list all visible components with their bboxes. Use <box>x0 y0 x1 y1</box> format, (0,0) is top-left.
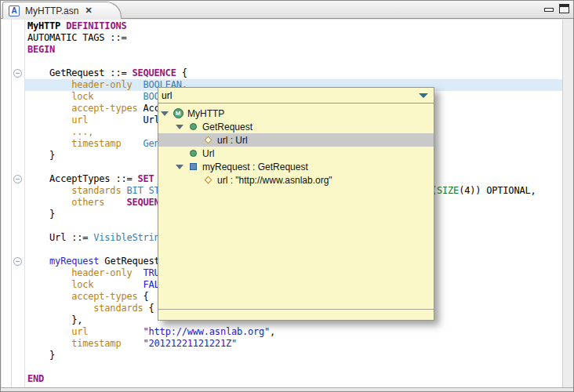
code-line: url Url <box>27 114 160 126</box>
tree-item-label: Url <box>202 148 214 159</box>
close-icon[interactable]: ✕ <box>85 5 92 16</box>
tab-bar: A MyHTTP.asn ✕ <box>1 1 573 19</box>
minimize-icon[interactable] <box>544 8 554 12</box>
code-line: timestamp "20121221121221Z" <box>27 338 237 350</box>
tree-item[interactable]: myRequest : GetRequest <box>158 160 434 173</box>
tree-arrow-placeholder <box>176 153 183 154</box>
code-line: } <box>27 150 55 162</box>
tree-item[interactable]: GetRequest <box>158 120 434 133</box>
code-line: lock BOO <box>27 91 160 103</box>
tree-expand-arrow-icon[interactable] <box>176 125 183 129</box>
code-line: MyHTTP DEFINITIONS <box>27 20 126 32</box>
outline-tree: MMyHTTPGetRequesturl : UrlUrlmyRequest :… <box>158 107 434 187</box>
tree-arrow-placeholder <box>191 140 198 140</box>
field-icon <box>204 136 212 144</box>
code-line: } <box>27 209 55 220</box>
folding-ruler <box>12 20 25 387</box>
code-line: ..., <box>27 126 93 138</box>
module-icon: M <box>173 108 183 118</box>
outline-filter-input[interactable] <box>158 89 434 103</box>
code-line: accept-types Acc <box>27 103 160 114</box>
code-line: }, <box>27 314 82 326</box>
tree-item-label: GetRequest <box>202 122 252 132</box>
code-line: BEGIN <box>27 44 55 56</box>
chevron-down-icon[interactable] <box>419 93 428 98</box>
code-line: lock FAL <box>27 279 160 291</box>
code-line: accept-types { <box>27 291 149 303</box>
code-line: (SIZE(4)) OPTIONAL, <box>431 185 536 197</box>
tree-item-label: url : "http://www.asnlab.org" <box>217 175 332 186</box>
editor-window: A MyHTTP.asn ✕ MyHTTP DEFINITIONSAUTOMAT… <box>0 0 574 392</box>
code-line: AUTOMATIC TAGS ::= <box>27 32 126 44</box>
collapse-fold-icon[interactable] <box>13 175 22 183</box>
code-line: END <box>27 373 44 385</box>
code-line: others SEQUEN <box>27 197 160 209</box>
asn-file-icon: A <box>9 5 20 16</box>
code-line: AcceptTypes ::= SET <box>27 173 154 185</box>
collapse-fold-icon[interactable] <box>13 69 22 78</box>
code-line: url "http://www.asnlab.org", <box>27 326 275 338</box>
type-icon <box>190 150 197 157</box>
type-icon <box>190 123 197 130</box>
code-line: header-only TRU <box>27 267 160 279</box>
code-line: standards BIT ST <box>27 185 160 197</box>
window-bottom-edge <box>1 387 573 392</box>
tree-item[interactable]: Url <box>158 147 434 160</box>
code-line: Url ::= VisibleStrin <box>27 232 160 244</box>
code-line: } <box>27 350 55 361</box>
annotation-ruler[interactable] <box>2 20 12 387</box>
code-line: GetRequest ::= SEQUENCE { <box>27 67 187 79</box>
value-icon <box>190 163 197 170</box>
tree-expand-arrow-icon[interactable] <box>161 111 169 116</box>
field-icon <box>204 176 212 184</box>
overview-ruler[interactable] <box>562 20 572 387</box>
code-line: timestamp Gen <box>27 138 160 150</box>
tree-arrow-placeholder <box>191 180 198 180</box>
collapse-fold-icon[interactable] <box>13 257 22 266</box>
tree-item-label: MyHTTP <box>187 108 224 119</box>
tree-expand-arrow-icon[interactable] <box>176 165 183 169</box>
tab-title: MyHTTP.asn <box>25 5 78 16</box>
outline-filter-row <box>158 88 434 103</box>
tree-item[interactable]: url : "http://www.asnlab.org" <box>158 173 434 187</box>
maximize-icon[interactable] <box>559 4 569 13</box>
tree-item[interactable]: MMyHTTP <box>158 107 434 120</box>
code-line: standards { <box>27 303 154 314</box>
tree-item[interactable]: url : Url <box>158 133 434 147</box>
code-line: myRequest GetRequest <box>27 256 160 267</box>
tree-item-label: url : Url <box>217 135 248 146</box>
tree-item-label: myRequest : GetRequest <box>202 162 308 172</box>
tab-myhttp-asn[interactable]: A MyHTTP.asn ✕ <box>2 2 122 19</box>
popup-resize-grip[interactable] <box>158 309 434 320</box>
quick-outline-popup: MMyHTTPGetRequesturl : UrlUrlmyRequest :… <box>158 87 434 321</box>
